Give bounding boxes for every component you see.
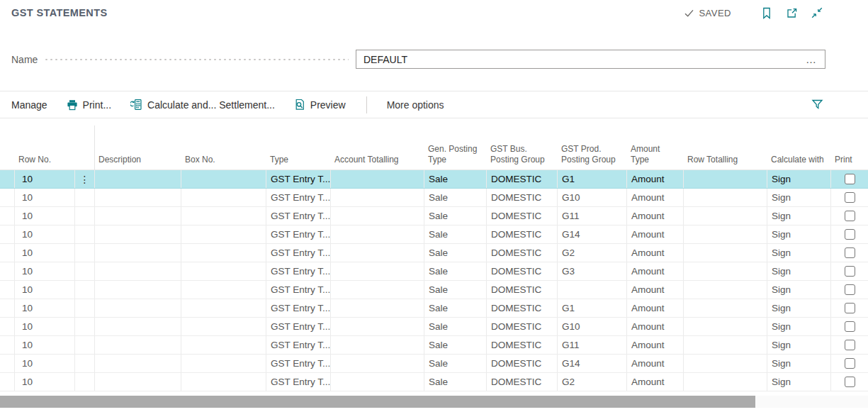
cell-gst_bus_posting_group[interactable]: DOMESTIC (486, 336, 557, 354)
cell-menu[interactable] (74, 336, 94, 354)
cell-account_totalling[interactable] (330, 336, 424, 354)
cell-description[interactable] (94, 244, 181, 262)
column-header-gst_bus_posting_group[interactable]: GST Bus. Posting Group (486, 144, 557, 165)
cell-gst_prod_posting_group[interactable]: G14 (557, 355, 626, 372)
cell-gen_posting_type[interactable]: Sale (424, 170, 486, 188)
cell-gen_posting_type[interactable]: Sale (424, 207, 486, 225)
cell-print[interactable] (830, 281, 868, 299)
cell-amount_type[interactable]: Amount (626, 170, 683, 188)
cell-row_no[interactable]: 10 (14, 226, 74, 243)
calculate-settlement-button[interactable]: Calculate and... Settlement... (130, 99, 275, 111)
cell-print[interactable] (830, 226, 868, 243)
print-checkbox[interactable] (845, 247, 855, 258)
cell-gst_bus_posting_group[interactable]: DOMESTIC (486, 226, 557, 243)
cell-type[interactable]: GST Entry T... (266, 355, 330, 372)
cell-calculate_with[interactable]: Sign (767, 355, 830, 372)
cell-description[interactable] (94, 336, 181, 354)
cell-amount_type[interactable]: Amount (626, 207, 683, 225)
cell-gst_prod_posting_group[interactable]: G11 (557, 207, 626, 225)
cell-type[interactable]: GST Entry T... (266, 318, 330, 335)
cell-row_no[interactable]: 10 (14, 336, 74, 354)
cell-print[interactable] (830, 336, 868, 354)
cell-box_no[interactable] (181, 189, 266, 206)
cell-print[interactable] (830, 318, 868, 335)
cell-row_totalling[interactable] (683, 281, 767, 299)
cell-row_totalling[interactable] (683, 226, 767, 243)
cell-gst_bus_posting_group[interactable]: DOMESTIC (486, 299, 557, 317)
cell-type[interactable]: GST Entry T... (266, 262, 330, 280)
cell-description[interactable] (94, 226, 181, 243)
cell-gst_prod_posting_group[interactable]: G14 (557, 226, 626, 243)
cell-gst_prod_posting_group[interactable]: G2 (557, 244, 626, 262)
bookmark-icon[interactable] (761, 7, 772, 19)
manage-button[interactable]: Manage (11, 99, 47, 111)
vertical-ellipsis-icon[interactable]: ⋮ (80, 174, 90, 184)
cell-gst_prod_posting_group[interactable]: G10 (557, 189, 626, 206)
cell-account_totalling[interactable] (330, 281, 424, 299)
cell-account_totalling[interactable] (330, 189, 424, 206)
cell-menu[interactable] (74, 244, 94, 262)
cell-row_no[interactable]: 10 (14, 299, 74, 317)
print-checkbox[interactable] (845, 358, 855, 369)
cell-row_no[interactable]: 10 (14, 244, 74, 262)
cell-row_totalling[interactable] (683, 355, 767, 372)
cell-calculate_with[interactable]: Sign (767, 189, 830, 206)
print-checkbox[interactable] (845, 266, 855, 277)
cell-account_totalling[interactable] (330, 244, 424, 262)
cell-description[interactable] (94, 170, 181, 188)
cell-menu[interactable]: ⋮ (74, 170, 94, 188)
cell-amount_type[interactable]: Amount (626, 318, 683, 335)
cell-type[interactable]: GST Entry T... (266, 281, 330, 299)
cell-row_totalling[interactable] (683, 207, 767, 225)
cell-row_no[interactable]: 10 (14, 262, 74, 280)
cell-gst_bus_posting_group[interactable]: DOMESTIC (486, 318, 557, 335)
cell-gen_posting_type[interactable]: Sale (424, 299, 486, 317)
cell-row_no[interactable]: 10 (14, 207, 74, 225)
cell-print[interactable] (830, 373, 868, 391)
column-header-print[interactable]: Print (830, 155, 868, 165)
column-header-description[interactable]: Description (94, 155, 181, 165)
preview-button[interactable]: Preview (294, 99, 346, 111)
cell-print[interactable] (830, 355, 868, 372)
print-checkbox[interactable] (845, 211, 855, 221)
cell-amount_type[interactable]: Amount (626, 281, 683, 299)
cell-row_totalling[interactable] (683, 262, 767, 280)
cell-box_no[interactable] (181, 262, 266, 280)
cell-menu[interactable] (74, 226, 94, 243)
cell-description[interactable] (94, 355, 181, 372)
cell-gst_prod_posting_group[interactable] (557, 281, 626, 299)
cell-menu[interactable] (74, 373, 94, 391)
print-button[interactable]: Print... (67, 99, 111, 111)
cell-type[interactable]: GST Entry T... (266, 189, 330, 206)
cell-type[interactable]: GST Entry T... (266, 299, 330, 317)
cell-gen_posting_type[interactable]: Sale (424, 373, 486, 391)
column-header-row_no[interactable]: Row No. (14, 155, 74, 165)
cell-row_no[interactable]: 10 (14, 281, 74, 299)
cell-box_no[interactable] (181, 207, 266, 225)
cell-box_no[interactable] (181, 373, 266, 391)
cell-print[interactable] (830, 189, 868, 206)
name-input[interactable]: DEFAULT … (356, 50, 825, 69)
cell-gst_bus_posting_group[interactable]: DOMESTIC (486, 189, 557, 206)
cell-print[interactable] (830, 244, 868, 262)
cell-calculate_with[interactable]: Sign (767, 207, 830, 225)
cell-gst_prod_posting_group[interactable]: G11 (557, 336, 626, 354)
cell-row_totalling[interactable] (683, 299, 767, 317)
cell-account_totalling[interactable] (330, 226, 424, 243)
print-checkbox[interactable] (845, 303, 855, 313)
cell-amount_type[interactable]: Amount (626, 355, 683, 372)
horizontal-scrollbar[interactable] (0, 396, 868, 408)
column-header-box_no[interactable]: Box No. (181, 155, 266, 165)
cell-box_no[interactable] (181, 318, 266, 335)
cell-account_totalling[interactable] (330, 262, 424, 280)
cell-print[interactable] (830, 207, 868, 225)
cell-box_no[interactable] (181, 170, 266, 188)
cell-amount_type[interactable]: Amount (626, 373, 683, 391)
print-checkbox[interactable] (845, 284, 855, 295)
cell-menu[interactable] (74, 299, 94, 317)
print-checkbox[interactable] (845, 192, 855, 203)
cell-description[interactable] (94, 262, 181, 280)
cell-description[interactable] (94, 373, 181, 391)
cell-box_no[interactable] (181, 226, 266, 243)
cell-row_totalling[interactable] (683, 170, 767, 188)
